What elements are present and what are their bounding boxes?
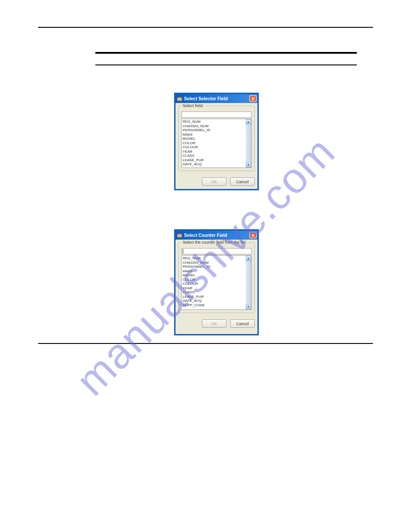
list-item[interactable]: CLASS: [183, 290, 245, 295]
app-icon: [176, 95, 183, 102]
page: manualshive.com Select Selector Field ✕ …: [0, 0, 411, 532]
list-item[interactable]: CLASS: [183, 154, 245, 158]
counter-field-input[interactable]: [181, 248, 252, 254]
list-item[interactable]: REG_NUM: [183, 120, 245, 124]
counter-field-list[interactable]: REG_NUMCHASSIS_NUMPERSONNEL_IDMAKEMODELC…: [182, 256, 246, 309]
list-item[interactable]: COLOR: [183, 278, 245, 282]
divider: [38, 27, 373, 28]
titlebar[interactable]: Select Counter Field ✕: [176, 231, 257, 240]
field-input[interactable]: [181, 112, 252, 118]
select-counter-field-dialog: Select Counter Field ✕ Select the counte…: [174, 229, 259, 335]
counter-field-listbox: REG_NUMCHASSIS_NUMPERSONNEL_IDMAKEMODELC…: [181, 255, 252, 310]
dialog-title: Select Selector Field: [184, 96, 248, 101]
button-row: OK Cancel: [176, 316, 257, 330]
list-item[interactable]: SUPP_CODE: [183, 167, 245, 168]
divider: [95, 52, 357, 54]
chevron-up-icon: ▴: [248, 257, 249, 260]
scroll-down-button[interactable]: ▾: [246, 304, 251, 309]
list-item[interactable]: DATE_ACQ: [183, 162, 245, 167]
ok-button[interactable]: OK: [202, 319, 227, 328]
list-item[interactable]: MAKE: [183, 269, 245, 274]
list-item[interactable]: MODEL: [183, 137, 245, 141]
svg-rect-0: [177, 98, 182, 101]
scrollbar[interactable]: ▴ ▾: [246, 119, 251, 167]
scroll-down-button[interactable]: ▾: [246, 162, 251, 167]
list-item[interactable]: REG_NUM: [183, 256, 245, 261]
close-icon: ✕: [251, 233, 255, 238]
field-list[interactable]: REG_NUMCHASSIS_NUMPERSONNEL_IDMAKEMODELC…: [182, 119, 246, 167]
scroll-track[interactable]: [246, 261, 251, 304]
close-button[interactable]: ✕: [249, 95, 257, 102]
cancel-button[interactable]: Cancel: [230, 319, 255, 328]
list-item[interactable]: SUPP_CODE: [183, 303, 245, 308]
list-item[interactable]: PERSONNEL_ID: [183, 128, 245, 133]
scrollbar[interactable]: ▴ ▾: [246, 256, 251, 309]
svg-marker-1: [178, 96, 181, 98]
ok-button[interactable]: OK: [202, 177, 227, 186]
scroll-track[interactable]: [246, 124, 251, 162]
list-item[interactable]: CHASSIS_NUM: [183, 124, 245, 129]
list-item[interactable]: LEASE_PUR: [183, 295, 245, 299]
chevron-down-icon: ▾: [248, 163, 249, 167]
list-item[interactable]: YEAR: [183, 150, 245, 154]
list-item[interactable]: MODEL: [183, 273, 245, 278]
field-listbox: REG_NUMCHASSIS_NUMPERSONNEL_IDMAKEMODELC…: [181, 119, 252, 168]
list-item[interactable]: YEAR: [183, 286, 245, 291]
groupbox-label: Select field:: [181, 103, 205, 108]
close-button[interactable]: ✕: [249, 232, 257, 238]
list-item[interactable]: LEASE_PUR: [183, 158, 245, 163]
list-item[interactable]: DATE_ACQ: [183, 299, 245, 303]
list-item[interactable]: COLOR: [183, 141, 245, 146]
list-item[interactable]: CHASSIS_NUM: [183, 261, 245, 265]
dialog-body: Select the counter field from the list: …: [176, 240, 257, 316]
list-item[interactable]: PERSONNEL_ID: [183, 265, 245, 269]
button-row: OK Cancel: [176, 174, 257, 189]
select-counter-field-group: Select the counter field from the list: …: [178, 242, 255, 313]
text-cursor: [183, 249, 183, 253]
groupbox-label: Select the counter field from the list:: [181, 240, 248, 245]
svg-marker-3: [178, 233, 181, 234]
scroll-up-button[interactable]: ▴: [246, 256, 251, 261]
titlebar[interactable]: Select Selector Field ✕: [176, 94, 257, 103]
divider: [38, 343, 373, 344]
select-selector-field-dialog: Select Selector Field ✕ Select field: RE…: [174, 93, 259, 190]
svg-rect-2: [177, 234, 182, 237]
app-icon: [176, 232, 183, 238]
chevron-up-icon: ▴: [248, 120, 249, 124]
select-field-group: Select field: REG_NUMCHASSIS_NUMPERSONNE…: [178, 106, 255, 171]
dialog-body: Select field: REG_NUMCHASSIS_NUMPERSONNE…: [176, 103, 257, 174]
scroll-up-button[interactable]: ▴: [246, 119, 251, 124]
list-item[interactable]: COLOUR: [183, 282, 245, 286]
close-icon: ✕: [251, 96, 255, 101]
list-item[interactable]: MAKE: [183, 133, 245, 137]
list-item[interactable]: COLOUR: [183, 145, 245, 150]
dialog-title: Select Counter Field: [184, 233, 248, 238]
chevron-down-icon: ▾: [248, 305, 249, 309]
cancel-button[interactable]: Cancel: [230, 177, 255, 186]
divider: [95, 64, 357, 65]
